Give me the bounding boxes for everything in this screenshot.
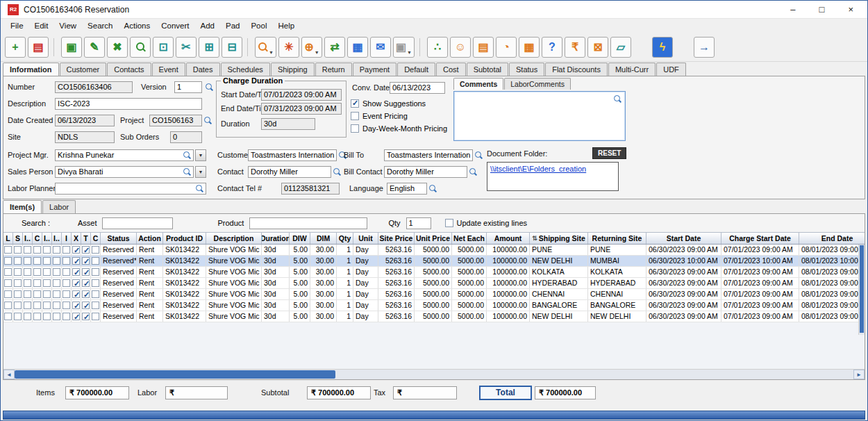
row-checkbox-cell[interactable] [72,311,81,322]
reset-button[interactable]: RESET [592,147,626,159]
checkbox-show-suggestions[interactable] [351,99,359,108]
tab-customer[interactable]: Customer [60,63,107,76]
tab-dates[interactable]: Dates [186,63,220,76]
column-header-amount[interactable]: Amount [487,233,530,244]
version-field[interactable]: 1 [174,81,202,93]
tab-return[interactable]: Return [315,63,352,76]
tab-status[interactable]: Status [509,63,544,76]
row-checkbox-cell[interactable] [62,289,72,299]
column-header-flag[interactable]: C [91,233,101,244]
bill-contact-field[interactable]: Dorothy Miller [384,166,467,178]
bill-contact-search-icon[interactable] [469,167,478,176]
history-icon[interactable]: ◔ [496,37,517,58]
cut-icon[interactable]: ✂ [176,37,197,58]
row-checkbox-cell[interactable] [42,278,52,288]
row-checkbox-cell[interactable] [33,300,42,311]
row-checkbox-cell[interactable] [72,289,81,299]
row-checkbox[interactable] [53,313,60,320]
menu-add[interactable]: Add [195,20,220,31]
row-checkbox[interactable] [14,246,22,254]
row-checkbox-cell[interactable] [42,245,52,255]
row-checkbox[interactable] [72,246,80,254]
row-checkbox-cell[interactable] [72,300,81,311]
row-checkbox[interactable] [53,257,60,265]
checkbox-day-week-month-pricing[interactable] [351,124,359,133]
row-checkbox[interactable] [92,268,99,276]
column-header-flag[interactable]: L [3,233,13,244]
add-items-icon-dropdown[interactable]: ▼ [315,50,319,55]
row-checkbox-cell[interactable] [33,289,42,299]
row-checkbox[interactable] [4,268,12,276]
row-checkbox-cell[interactable] [52,256,62,266]
row-checkbox[interactable] [14,279,22,287]
row-checkbox-cell[interactable] [42,300,52,311]
items-tab-item-s[interactable]: Item(s) [3,200,42,213]
comments-textarea[interactable] [453,91,626,141]
menu-pad[interactable]: Pad [220,20,245,31]
exit-icon[interactable]: → [694,37,715,58]
row-checkbox[interactable] [72,268,80,276]
row-checkbox-cell[interactable] [33,311,42,322]
row-checkbox[interactable] [92,246,99,254]
row-checkbox[interactable] [43,246,51,254]
row-checkbox-cell[interactable] [52,245,62,255]
notes-icon[interactable]: ✉ [370,37,391,58]
row-checkbox[interactable] [33,290,41,298]
sales-person-dropdown[interactable]: ▼ [195,166,206,178]
row-checkbox-cell[interactable] [91,245,101,255]
row-checkbox[interactable] [43,257,51,265]
row-checkbox[interactable] [82,246,90,254]
column-header-flag[interactable]: X [72,233,81,244]
tab-default[interactable]: Default [397,63,435,76]
row-checkbox[interactable] [53,246,60,254]
document-folder-link[interactable]: \\itsclient\E\Folders_creation [490,165,586,173]
row-checkbox[interactable] [33,302,41,309]
row-checkbox[interactable] [62,279,70,287]
find-icon[interactable] [130,37,151,58]
conv-date-field[interactable]: 06/13/2023 [390,82,445,94]
menu-search[interactable]: Search [82,20,118,31]
column-header-flag[interactable]: I.. [23,233,33,244]
row-checkbox-cell[interactable] [62,245,72,255]
row-checkbox-cell[interactable] [91,311,101,322]
row-checkbox[interactable] [62,313,70,320]
row-checkbox-cell[interactable] [52,311,62,322]
row-checkbox-cell[interactable] [13,289,23,299]
row-checkbox[interactable] [24,257,31,265]
expand-icon[interactable]: ⇄ [324,37,345,58]
row-checkbox[interactable] [33,268,41,276]
tab-shipping[interactable]: Shipping [271,63,315,76]
row-checkbox[interactable] [4,302,12,309]
row-checkbox-cell[interactable] [52,300,62,311]
column-header-unit-price[interactable]: Unit Price [415,233,452,244]
row-checkbox[interactable] [92,290,99,298]
table-row[interactable]: ReservedRentSK013422Shure VOG Mic30d5.00… [3,278,865,289]
row-checkbox-cell[interactable] [72,267,81,277]
row-checkbox[interactable] [92,302,99,309]
row-checkbox-cell[interactable] [13,267,23,277]
column-header-dim[interactable]: DIM [310,233,337,244]
column-header-unit[interactable]: Unit [353,233,378,244]
menu-pool[interactable]: Pool [245,20,272,31]
project-mgr-field[interactable]: Krishna Punekar [55,149,194,161]
tab-udf[interactable]: UDF [656,63,686,76]
row-checkbox[interactable] [43,290,51,298]
scroll-left-arrow-icon[interactable]: ◄ [3,370,15,379]
column-header-qty[interactable]: Qty [337,233,353,244]
row-checkbox[interactable] [14,302,22,309]
row-checkbox[interactable] [82,279,90,287]
row-checkbox[interactable] [53,302,60,309]
tab-subtotal[interactable]: Subtotal [467,63,508,76]
row-checkbox-cell[interactable] [52,289,62,299]
project-mgr-dropdown[interactable]: ▼ [195,149,206,161]
row-checkbox[interactable] [82,290,90,298]
row-checkbox[interactable] [4,246,12,254]
row-checkbox-cell[interactable] [13,278,23,288]
print-icon[interactable]: ▤ [28,37,49,58]
column-header-flag[interactable]: I.. [52,233,62,244]
table-row[interactable]: ReservedRentSK013422Shure VOG Mic30d5.00… [3,245,865,256]
contact-field[interactable]: Dorothy Miller [248,166,331,178]
tab-flat-discounts[interactable]: Flat Discounts [545,63,608,76]
table-row[interactable]: ReservedRentSK013422Shure VOG Mic30d5.00… [3,267,865,278]
row-checkbox-cell[interactable] [42,267,52,277]
